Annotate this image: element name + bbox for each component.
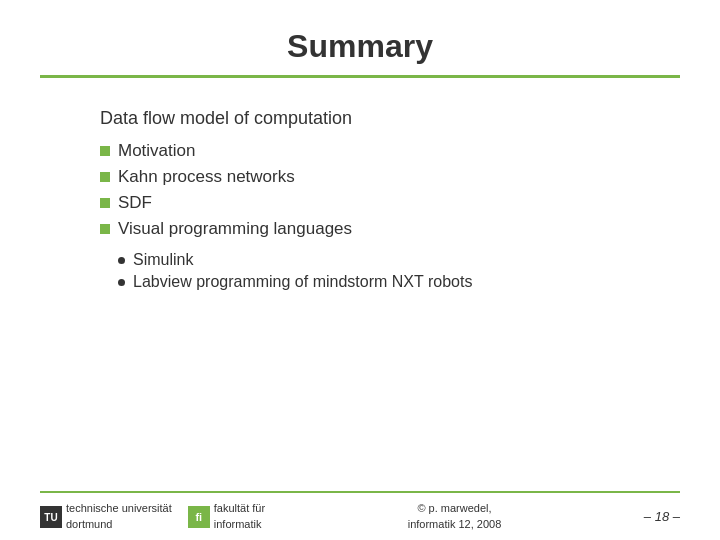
bullet-text-4: Visual programming languages xyxy=(118,219,352,239)
bullet-square-2 xyxy=(100,172,110,182)
tu-org-line1: technische universität xyxy=(66,501,172,516)
footer-left: technische universität dortmund fakultät… xyxy=(40,501,265,532)
bullet-item-4: Visual programming languages xyxy=(100,219,640,239)
bullet-square-1 xyxy=(100,146,110,156)
slide-title: Summary xyxy=(40,28,680,65)
fi-org-line2: informatik xyxy=(214,517,265,532)
footer-copyright: © p. marwedel, informatik 12, 2008 xyxy=(408,501,502,532)
bullet-item-2: Kahn process networks xyxy=(100,167,640,187)
bullet-square-4 xyxy=(100,224,110,234)
bullet-text-1: Motivation xyxy=(118,141,195,161)
slide-footer: technische universität dortmund fakultät… xyxy=(40,491,680,540)
slide-content: Data flow model of computation Motivatio… xyxy=(0,78,720,491)
slide: Summary Data flow model of computation M… xyxy=(0,0,720,540)
fi-org-text: fakultät für informatik xyxy=(214,501,265,532)
sub-bullet-text-1: Simulink xyxy=(133,251,193,269)
bullet-circle-2 xyxy=(118,279,125,286)
bullet-square-3 xyxy=(100,198,110,208)
sub-bullet-text-2: Labview programming of mindstorm NXT rob… xyxy=(133,273,472,291)
slide-header: Summary xyxy=(0,0,720,75)
main-bullet-list: Motivation Kahn process networks SDF Vis… xyxy=(100,141,640,245)
footer-page-number: – 18 – xyxy=(644,509,680,524)
tu-org-text: technische universität dortmund xyxy=(66,501,172,532)
bullet-text-2: Kahn process networks xyxy=(118,167,295,187)
footer-copyright-text: © p. marwedel, xyxy=(408,501,502,516)
bullet-text-3: SDF xyxy=(118,193,152,213)
sub-bullet-list: Simulink Labview programming of mindstor… xyxy=(118,251,640,295)
fi-logo-icon xyxy=(188,506,210,528)
tu-logo: technische universität dortmund xyxy=(40,501,172,532)
fi-logo: fakultät für informatik xyxy=(188,501,265,532)
sub-bullet-item-1: Simulink xyxy=(118,251,640,269)
bullet-item-3: SDF xyxy=(100,193,640,213)
tu-logo-icon xyxy=(40,506,62,528)
fi-org-line1: fakultät für xyxy=(214,501,265,516)
section-title: Data flow model of computation xyxy=(100,108,640,129)
footer-date: informatik 12, 2008 xyxy=(408,517,502,532)
bullet-item-1: Motivation xyxy=(100,141,640,161)
bullet-circle-1 xyxy=(118,257,125,264)
tu-org-line2: dortmund xyxy=(66,517,172,532)
sub-bullet-item-2: Labview programming of mindstorm NXT rob… xyxy=(118,273,640,291)
